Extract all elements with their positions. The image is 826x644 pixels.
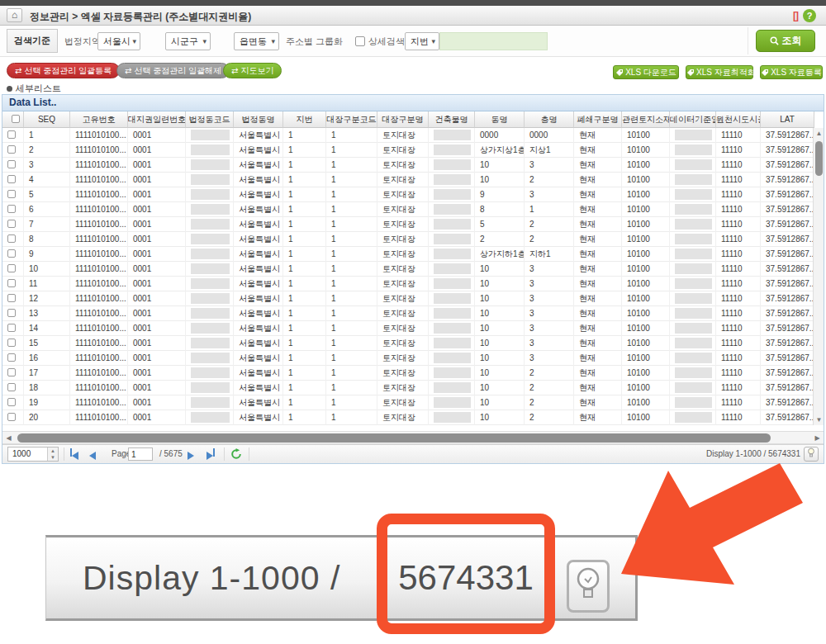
help-icon[interactable]: ? — [803, 9, 816, 22]
table-row[interactable]: 151111010100...0001서울특별시 ...11토지대장103현재1… — [2, 336, 813, 351]
eupmyeondong-select[interactable]: 읍면동 ▾ — [234, 32, 279, 50]
cell-bjd_name: 서울특별시 ... — [234, 232, 283, 247]
page-number-input[interactable] — [128, 447, 153, 461]
table-row[interactable]: 71111010100...0001서울특별시 ...11토지대장52현재101… — [2, 217, 813, 232]
table-row[interactable]: 21111010100...0001서울특별시 ...11토지대장상가지상1층지… — [2, 143, 813, 158]
cell-check — [2, 173, 24, 187]
sigungu-select[interactable]: 시군구 ▾ — [165, 32, 211, 50]
table-row[interactable]: 141111010100...0001서울특별시 ...11토지대장103현재1… — [2, 321, 813, 336]
column-header-bjd_name: 법정동명 — [234, 111, 283, 128]
detail-type-select[interactable]: 지번 ▾ — [405, 32, 439, 50]
row-checkbox[interactable] — [7, 368, 16, 376]
table-row[interactable]: 171111010100...0001서울특별시 ...11토지대장102현재1… — [2, 366, 813, 381]
next-page-button[interactable] — [188, 448, 202, 461]
row-checkbox[interactable] — [7, 413, 16, 421]
table-row[interactable]: 81111010100...0001서울특별시 ...11토지대장22현재101… — [2, 232, 813, 247]
cell-ledger_code: 1 — [326, 128, 377, 143]
masked-value — [191, 249, 230, 259]
prev-page-button[interactable] — [89, 448, 104, 461]
sido-select[interactable]: 서울시 ▾ — [97, 32, 140, 50]
cell-uid: 1111010100... — [70, 262, 128, 277]
vertical-scroll-thumb[interactable] — [815, 141, 823, 176]
scroll-right-icon[interactable]: ▶ — [812, 433, 823, 443]
home-button[interactable]: ⌂ — [7, 8, 22, 22]
table-row[interactable]: 91111010100...0001서울특별시 ...11토지대장상가지하1층지… — [2, 247, 813, 262]
cell-uid: 1111010100... — [70, 410, 128, 425]
table-row[interactable]: 11111010100...0001서울특별시 ...11토지대장0000000… — [2, 128, 813, 143]
vertical-scrollbar[interactable]: ▲ ▼ — [813, 128, 824, 425]
cell-rel_land: 10100 — [622, 158, 670, 173]
xls-register-button[interactable]: XLS 자료등록 — [760, 65, 823, 79]
horizontal-scroll-thumb[interactable] — [17, 433, 771, 443]
refresh-icon[interactable] — [230, 448, 244, 462]
masked-value — [434, 323, 471, 334]
scroll-down-icon[interactable]: ▼ — [814, 414, 824, 425]
expand-icon[interactable]: [] — [793, 10, 798, 21]
cell-building — [429, 366, 475, 381]
row-checkbox[interactable] — [7, 294, 16, 302]
cell-lat: 37.5912867... — [761, 291, 813, 306]
table-row[interactable]: 31111010100...0001서울특별시 ...11토지대장103현재10… — [2, 158, 813, 173]
column-header-ledger_code: 대장구분코드 — [326, 111, 377, 128]
cell-seq: 4 — [24, 173, 70, 187]
page-size-spinner[interactable]: 1000 ▲▼ — [7, 447, 59, 462]
row-checkbox[interactable] — [7, 130, 16, 139]
cell-floor: 2 — [525, 232, 574, 247]
table-row[interactable]: 191111010100...0001서울특별시 ...11토지대장102현재1… — [2, 395, 813, 410]
row-checkbox[interactable] — [7, 175, 16, 183]
table-row[interactable]: 111111010100...0001서울특별시 ...11토지대장103현재1… — [2, 277, 813, 291]
breadcrumb: 정보관리 > 엑셀 자료등록관리 (주소별대지권비율) — [30, 10, 251, 24]
group-by-address-checkbox[interactable] — [355, 36, 365, 46]
horizontal-scrollbar[interactable]: ◀ ▶ — [2, 431, 824, 444]
table-row[interactable]: 121111010100...0001서울특별시 ...11토지대장103현재1… — [2, 291, 813, 306]
row-checkbox[interactable] — [7, 190, 16, 198]
cell-origin: 11110 — [716, 381, 761, 395]
row-checkbox[interactable] — [7, 309, 16, 317]
table-row[interactable]: 51111010100...0001서울특별시 ...11토지대장93현재101… — [2, 187, 813, 202]
map-view-button[interactable]: ⇄지도보기 — [223, 63, 282, 78]
table-row[interactable]: 61111010100...0001서울특별시 ...11토지대장81현재101… — [2, 202, 813, 217]
row-checkbox[interactable] — [7, 249, 16, 258]
row-checkbox[interactable] — [7, 383, 16, 391]
table-row[interactable]: 131111010100...0001서울특별시 ...11토지대장103현재1… — [2, 306, 813, 321]
query-button[interactable]: 조회 — [756, 30, 815, 52]
scroll-left-icon[interactable]: ◀ — [3, 433, 14, 443]
lightbulb-button[interactable] — [804, 447, 819, 462]
cell-bjd_code — [186, 158, 234, 173]
row-checkbox[interactable] — [7, 220, 16, 228]
masked-value — [191, 382, 230, 393]
row-checkbox[interactable] — [7, 145, 16, 154]
masked-value — [434, 382, 471, 393]
table-row[interactable]: 101111010100...0001서울특별시 ...11토지대장103현재1… — [2, 262, 813, 277]
row-checkbox[interactable] — [7, 234, 16, 243]
last-page-button[interactable] — [206, 448, 221, 461]
column-header-check — [2, 111, 24, 128]
row-checkbox[interactable] — [7, 398, 16, 406]
xls-download-button[interactable]: XLS 다운로드 — [613, 65, 679, 79]
row-checkbox[interactable] — [7, 353, 16, 362]
select-all-checkbox[interactable] — [12, 115, 20, 123]
cell-lat: 37.5912867... — [761, 306, 813, 321]
row-checkbox[interactable] — [7, 264, 16, 272]
row-checkbox[interactable] — [7, 205, 16, 213]
row-checkbox[interactable] — [7, 160, 16, 168]
masked-value — [675, 234, 712, 244]
table-row[interactable]: 161111010100...0001서울특별시 ...11토지대장103현재1… — [2, 351, 813, 366]
detail-search-input[interactable] — [439, 32, 548, 50]
cell-bjd_name: 서울특별시 ... — [234, 173, 283, 187]
table-row[interactable]: 181111010100...0001서울특별시 ...11토지대장102현재1… — [2, 381, 813, 395]
cell-check — [2, 232, 24, 247]
first-page-button[interactable] — [70, 448, 85, 461]
row-checkbox[interactable] — [7, 324, 16, 332]
table-row[interactable]: 201111010100...0001서울특별시 ...11토지대장102현재1… — [2, 410, 813, 425]
bulk-register-button[interactable]: ⇄선택 중점관리 일괄등록 — [7, 63, 120, 78]
xls-optimize-button[interactable]: XLS 자료최적화 — [686, 65, 753, 79]
table-row[interactable]: 41111010100...0001서울특별시 ...11토지대장102현재10… — [2, 173, 813, 187]
row-checkbox[interactable] — [7, 339, 16, 347]
spinner-arrows-icon[interactable]: ▲▼ — [47, 447, 58, 461]
cell-ledger_code: 1 — [326, 187, 377, 202]
cell-check — [2, 306, 24, 321]
row-checkbox[interactable] — [7, 279, 16, 287]
scroll-up-icon[interactable]: ▲ — [814, 128, 824, 139]
bulk-unregister-button[interactable]: ⇄선택 중점관리 일괄해제 — [116, 63, 230, 78]
